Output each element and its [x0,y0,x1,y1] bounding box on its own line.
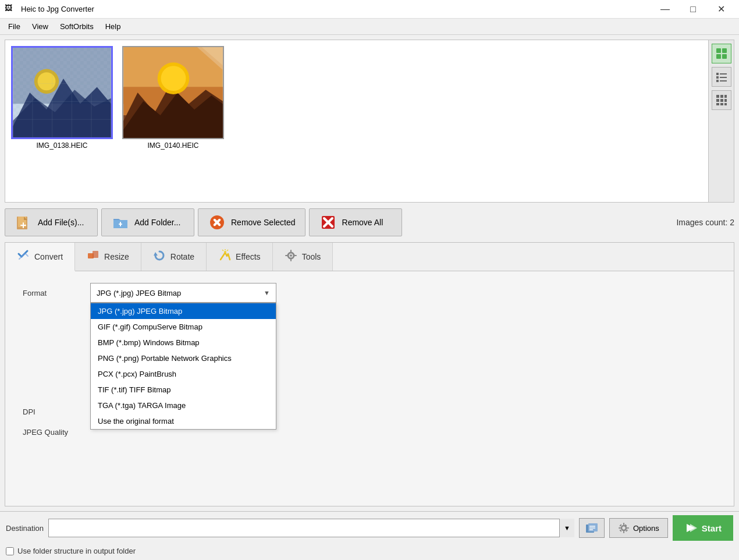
dropdown-option-2[interactable]: BMP (*.bmp) Windows Bitmap [91,335,276,350]
rotate-svg [153,249,166,262]
view-thumbnails-button[interactable] [712,44,731,63]
toolbar: Add File(s)... Add Folder... [5,206,734,239]
svg-rect-33 [716,76,719,79]
menu-softorbits[interactable]: SoftOrbits [54,20,100,33]
images-count: Images count: 2 [676,218,734,227]
thumbnail-item-0[interactable]: IMG_0138.HEIC [11,46,113,150]
svg-point-62 [224,251,226,253]
dropdown-option-4[interactable]: PCX (*.pcx) PaintBrush [91,366,276,382]
tab-tools-label: Tools [302,252,321,261]
tab-tools[interactable]: Tools [273,243,333,271]
svg-point-8 [38,72,56,90]
dropdown-option-6[interactable]: TGA (*.tga) TARGA Image [91,398,276,413]
jpeg-quality-label: JPEG Quality [23,428,81,437]
tabs: Convert Resize [5,243,734,271]
tab-area: Convert Resize [5,242,734,506]
tab-effects-label: Effects [236,252,261,261]
thumbnail-wrapper-1[interactable] [122,46,224,139]
format-label: Format [23,289,81,297]
svg-rect-37 [716,95,719,98]
menu-help[interactable]: Help [100,20,127,33]
bottom-row: Use folder structure in output folder [0,544,739,560]
svg-rect-36 [720,80,727,81]
dropdown-option-3[interactable]: PNG (*.png) Portable Network Graphics [91,350,276,366]
dropdown-option-0[interactable]: JPG (*.jpg) JPEG Bitmap [91,303,276,319]
close-button[interactable]: ✕ [708,0,734,19]
maximize-button[interactable]: □ [680,0,706,19]
destination-input[interactable] [48,519,574,537]
rotate-icon [153,249,166,265]
menu-file[interactable]: File [2,20,26,33]
tab-convert[interactable]: Convert [5,243,75,271]
folder-structure-checkbox[interactable] [6,547,14,555]
svg-line-64 [227,250,228,251]
format-dropdown-wrapper: JPG (*.jpg) JPEG Bitmap ▼ JPG (*.jpg) JP… [90,283,276,303]
image-area: IMG_0138.HEIC [5,40,734,203]
format-selected-value: JPG (*.jpg) JPEG Bitmap [97,289,264,297]
minimize-button[interactable]: — [652,0,678,19]
tab-resize[interactable]: Resize [75,243,141,271]
options-label: Options [633,524,659,533]
effects-svg [218,249,231,262]
convert-icon [17,249,30,264]
right-panel [708,40,734,202]
svg-rect-45 [724,103,727,105]
svg-marker-61 [154,252,158,256]
svg-rect-39 [724,95,727,98]
svg-rect-44 [720,103,723,105]
svg-line-65 [222,250,223,251]
start-button[interactable]: Start [673,515,733,541]
convert-svg [17,249,30,261]
remove-all-button[interactable]: Remove All [309,208,402,236]
tab-effects[interactable]: Effects [207,243,273,271]
browse-icon [585,521,599,535]
tab-resize-label: Resize [104,252,129,261]
options-button[interactable]: Options [609,518,668,538]
title-bar-left: 🖼 Heic to Jpg Converter [5,3,94,15]
resize-icon [87,249,100,265]
bottom-bar: Destination ▼ Options [0,511,739,544]
effects-icon [218,249,231,265]
svg-rect-34 [720,77,727,78]
svg-rect-30 [722,54,727,59]
tab-convert-label: Convert [34,252,63,261]
svg-rect-69 [290,258,292,261]
thumbnail-label-0: IMG_0138.HEIC [36,141,87,150]
dropdown-option-5[interactable]: TIF (*.tif) TIFF Bitmap [91,382,276,398]
svg-rect-41 [720,99,723,102]
folder-structure-label[interactable]: Use folder structure in output folder [17,547,136,555]
menu-view[interactable]: View [26,20,54,33]
dropdown-option-7[interactable]: Use the original format [91,413,276,429]
thumbnails-icon [716,48,727,59]
browse-button[interactable] [579,518,605,538]
svg-marker-87 [690,524,697,532]
view-list-button[interactable] [712,67,731,87]
remove-all-label: Remove All [342,218,383,227]
svg-rect-35 [716,80,719,82]
view-grid-button[interactable] [712,90,731,110]
svg-rect-50 [23,222,24,228]
thumbnail-wrapper-0[interactable] [11,46,113,139]
add-files-svg [16,214,32,231]
thumbnail-item-1[interactable]: IMG_0140.HEIC [122,46,224,150]
tab-rotate[interactable]: Rotate [141,243,207,271]
destination-dropdown-button[interactable]: ▼ [559,519,574,537]
format-row: Format JPG (*.jpg) JPEG Bitmap ▼ JPG (*.… [23,283,716,303]
svg-rect-78 [623,523,624,525]
dpi-label: DPI [23,407,81,416]
svg-rect-80 [619,527,621,529]
add-files-button[interactable]: Add File(s)... [5,208,98,236]
svg-point-77 [621,526,626,530]
window-title: Heic to Jpg Converter [21,5,94,13]
format-dropdown[interactable]: JPG (*.jpg) JPEG Bitmap ▼ [90,283,276,303]
svg-rect-60 [93,251,98,258]
svg-rect-42 [724,99,727,102]
dropdown-option-1[interactable]: GIF (*.gif) CompuServe Bitmap [91,319,276,335]
checkbox-row: Use folder structure in output folder [6,547,136,555]
svg-rect-29 [716,54,721,59]
tab-rotate-label: Rotate [170,252,194,261]
remove-selected-button[interactable]: Remove Selected [198,208,305,236]
convert-panel: Format JPG (*.jpg) JPEG Bitmap ▼ JPG (*.… [5,271,734,448]
title-bar: 🖼 Heic to Jpg Converter — □ ✕ [0,0,739,19]
add-folder-button[interactable]: Add Folder... [101,208,194,236]
